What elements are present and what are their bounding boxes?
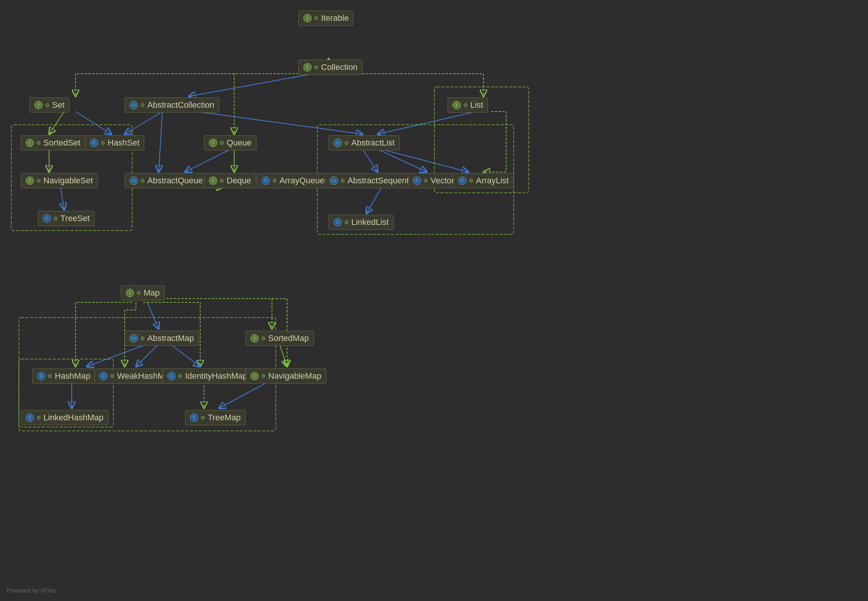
node-collection[interactable]: I ⚙ Collection: [298, 60, 363, 75]
label-treeset: TreeSet: [60, 214, 90, 223]
svg-line-8: [159, 112, 162, 172]
leaf-icon-treeset: ⚙: [53, 215, 58, 222]
node-sortedmap[interactable]: I ⚙ SortedMap: [246, 331, 314, 346]
leaf-icon-abstractlist: ⚙: [344, 140, 349, 146]
label-linkedlist: LinkedList: [351, 217, 389, 227]
node-treeset[interactable]: C ⚙ TreeSet: [38, 211, 94, 226]
label-identityhashmap: IdentityHashMap: [185, 371, 247, 381]
badge-deque: I: [209, 177, 217, 185]
badge-navigablemap: I: [250, 372, 259, 380]
node-abstractlist[interactable]: CI ⚙ AbstractList: [329, 135, 400, 150]
svg-line-17: [60, 187, 64, 210]
badge-abstractsequentiallist: CI: [330, 177, 338, 185]
badge-navigableset: I: [26, 177, 34, 185]
badge-linkedlist: C: [334, 218, 342, 226]
svg-line-22: [147, 302, 159, 329]
node-list[interactable]: I ⚙ List: [448, 98, 488, 113]
node-set[interactable]: I ⚙ Set: [29, 98, 70, 113]
svg-line-23: [280, 344, 287, 367]
badge-arraylist: C: [458, 177, 466, 185]
leaf-icon-abstractmap: ⚙: [140, 335, 145, 341]
svg-line-10: [378, 112, 476, 134]
node-iterable[interactable]: I ⚙ Iterable: [298, 11, 354, 26]
node-abstractcollection[interactable]: CI ⚙ AbstractCollection: [125, 98, 219, 113]
svg-line-28: [219, 382, 268, 408]
badge-set: I: [34, 101, 43, 109]
leaf-icon-sortedmap: ⚙: [261, 335, 266, 341]
node-identityhashmap[interactable]: C ⚙ IdentityHashMap: [162, 369, 252, 384]
label-treemap: TreeMap: [208, 413, 241, 423]
label-navigableset: NavigableSet: [43, 176, 93, 186]
badge-queue: I: [209, 139, 217, 147]
leaf-icon-abstractcollection: ⚙: [140, 102, 145, 108]
leaf-icon-set: ⚙: [45, 102, 50, 108]
node-vector[interactable]: C ⚙ Vector: [408, 173, 459, 188]
leaf-icon-linkedlist: ⚙: [344, 219, 349, 225]
badge-treemap: C: [190, 414, 198, 422]
node-arraylist[interactable]: C ⚙ ArrayList: [453, 173, 514, 188]
label-sortedset: SortedSet: [43, 138, 80, 148]
node-linkedhashmap[interactable]: C ⚙ LinkedHashMap: [21, 410, 108, 425]
badge-hashset: C: [90, 139, 98, 147]
svg-line-16: [381, 149, 468, 172]
badge-identityhashmap: C: [167, 372, 176, 380]
leaf-icon-identityhashmap: ⚙: [178, 373, 183, 379]
leaf-icon-navigablemap: ⚙: [261, 373, 266, 379]
svg-line-26: [170, 344, 200, 367]
label-map: Map: [144, 288, 160, 298]
node-hashset[interactable]: C ⚙ HashSet: [85, 135, 144, 150]
badge-collection: I: [303, 63, 312, 71]
leaf-icon-arraylist: ⚙: [469, 178, 474, 184]
node-hashmap[interactable]: C ⚙ HashMap: [32, 369, 95, 384]
node-deque[interactable]: I ⚙ Deque: [204, 173, 256, 188]
connections-svg: [0, 0, 868, 601]
badge-treeset: C: [43, 214, 51, 223]
svg-line-4: [189, 74, 314, 96]
label-abstractqueue: AbstractQueue: [147, 176, 203, 186]
badge-map: I: [126, 289, 134, 297]
svg-line-12: [185, 149, 230, 172]
node-sortedset[interactable]: I ⚙ SortedSet: [21, 135, 85, 150]
leaf-icon-hashset: ⚙: [100, 140, 105, 146]
svg-line-7: [125, 112, 162, 134]
badge-abstractlist: CI: [334, 139, 342, 147]
label-set: Set: [52, 100, 65, 110]
node-linkedlist[interactable]: C ⚙ LinkedList: [329, 215, 394, 230]
node-map[interactable]: I ⚙ Map: [121, 285, 165, 300]
badge-sortedset: I: [26, 139, 34, 147]
svg-line-25: [136, 344, 159, 367]
label-deque: Deque: [227, 176, 251, 186]
leaf-icon-deque: ⚙: [219, 178, 224, 184]
leaf-icon-collection: ⚙: [314, 64, 319, 70]
badge-weakhashmap: C: [99, 372, 108, 380]
badge-abstractqueue: CI: [130, 177, 138, 185]
label-hashmap: HashMap: [55, 371, 90, 381]
svg-line-6: [76, 112, 111, 134]
node-queue[interactable]: I ⚙ Queue: [204, 135, 256, 150]
node-abstractmap[interactable]: CI ⚙ AbstractMap: [125, 331, 199, 346]
badge-arrayqueue: C: [262, 177, 270, 185]
label-iterable: Iterable: [321, 13, 349, 23]
leaf-icon-iterable: ⚙: [314, 15, 319, 21]
badge-vector: C: [413, 177, 421, 185]
leaf-icon-navigableset: ⚙: [36, 178, 41, 184]
node-navigablemap[interactable]: I ⚙ NavigableMap: [246, 369, 326, 384]
svg-line-18: [366, 187, 381, 214]
svg-line-9: [196, 112, 363, 134]
badge-linkedhashmap: C: [26, 414, 34, 422]
svg-line-5: [49, 112, 64, 134]
leaf-icon-vector: ⚙: [423, 178, 428, 184]
leaf-icon-weakhashmap: ⚙: [110, 373, 115, 379]
svg-line-14: [363, 149, 378, 172]
svg-line-24: [87, 344, 147, 367]
node-navigableset[interactable]: I ⚙ NavigableSet: [21, 173, 98, 188]
badge-sortedmap: I: [250, 334, 259, 342]
label-arraylist: ArrayList: [476, 176, 509, 186]
node-arrayqueue[interactable]: C ⚙ ArrayQueue: [257, 173, 329, 188]
leaf-icon-queue: ⚙: [219, 140, 224, 146]
label-sortedmap: SortedMap: [268, 333, 309, 343]
node-abstractqueue[interactable]: CI ⚙ AbstractQueue: [125, 173, 208, 188]
label-queue: Queue: [227, 138, 252, 148]
node-treemap[interactable]: C ⚙ TreeMap: [185, 410, 246, 425]
badge-hashmap: C: [37, 372, 45, 380]
